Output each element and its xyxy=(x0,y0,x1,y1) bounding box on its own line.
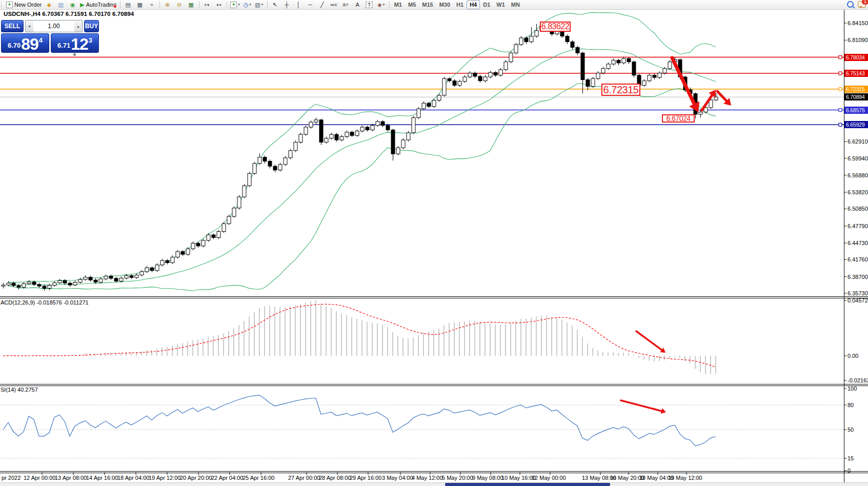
toolbar-trendline-icon[interactable]: ╱ xyxy=(316,0,328,9)
toolbar-line-chart-icon[interactable]: ≈ xyxy=(146,0,157,9)
time-axis-label: 12 Apr 00:00 xyxy=(24,475,55,481)
price-annotation-box[interactable]: 6.72315 xyxy=(601,84,640,96)
time-axis-label: 3 May 04:00 xyxy=(382,475,413,481)
toolbar-timeframe-w1[interactable]: W1 xyxy=(493,0,508,9)
price-axis-badge: 6.72315 xyxy=(844,86,868,93)
macd-histogram xyxy=(3,300,716,374)
buy-price-pips: 12 xyxy=(71,37,88,51)
price-axis-tick: 6.44730 xyxy=(847,240,868,246)
time-axis-label: 5 May 20:00 xyxy=(442,475,473,481)
buy-price-panel[interactable]: 6.71 12 3 xyxy=(51,33,99,53)
price-axis-tick: 6.53820 xyxy=(847,189,868,195)
toolbar-timeframe-d1[interactable]: D1 xyxy=(480,0,493,9)
toolbar-equidistant-channel-icon[interactable]: ═E xyxy=(328,0,340,9)
macd-axis-label: -0.021639 xyxy=(847,377,868,383)
volume-decrease-button[interactable]: ▼ xyxy=(26,21,33,32)
rsi-axis-label: 50 xyxy=(847,427,854,433)
buy-button[interactable]: BUY xyxy=(84,20,99,32)
toolbar-text-label-icon[interactable]: T xyxy=(364,0,375,9)
toolbar-fibonacci-icon[interactable]: ≡F xyxy=(340,0,352,9)
toolbar-timeframe-m5[interactable]: M5 xyxy=(405,0,419,9)
time-axis-label: 27 Apr 00:00 xyxy=(288,475,320,481)
main-toolbar: +New Order◆▧◉▶AutoTrading▤▦≈⊕⊖▦↦↤+▾◷▾▧▾↖… xyxy=(0,0,868,10)
line-chart-icon: ≈ xyxy=(150,2,153,8)
trend-arrows[interactable] xyxy=(621,58,731,414)
sell-price-panel[interactable]: 6.70 89 4 xyxy=(1,33,49,53)
time-axis-label: 9 May 08:00 xyxy=(472,475,503,481)
publish-chart-icon: ▧ xyxy=(58,2,63,8)
volume-increase-button[interactable]: ▲ xyxy=(74,21,82,32)
toolbar-arrows-icon[interactable]: ◈▾ xyxy=(375,0,387,9)
toolbar-chart-shift-icon[interactable]: ↦ xyxy=(201,0,213,9)
price-axis-tick: 6.35730 xyxy=(847,290,868,296)
toolbar-timeframe-m1[interactable]: M1 xyxy=(391,0,405,9)
periods-icon: ◷ xyxy=(244,2,249,8)
price-axis-tick: 6.47790 xyxy=(847,223,868,229)
time-axis-label: 20 Apr 20:00 xyxy=(180,475,212,481)
fibonacci-icon: ≡ xyxy=(342,2,346,8)
toolbar-indicators-icon[interactable]: +▾ xyxy=(229,0,241,9)
auto-scroll-icon: ↤ xyxy=(216,2,221,8)
toolbar-candlestick-chart-icon[interactable]: ▦ xyxy=(134,0,146,9)
toolbar-templates-icon[interactable]: ▧▾ xyxy=(253,0,265,9)
time-axis-label: 28 Apr 08:00 xyxy=(319,475,351,481)
cursor-icon: ↖ xyxy=(273,2,277,8)
autotrading-button-label: AutoTrading xyxy=(86,2,117,8)
price-axis-badge: 6.68575 xyxy=(844,107,868,114)
volume-input[interactable] xyxy=(33,21,74,32)
toolbar-timeframe-h1[interactable]: H1 xyxy=(453,0,467,9)
toolbar-styler-icon[interactable]: ◆ xyxy=(43,0,55,9)
toolbar-periods-icon[interactable]: ◷▾ xyxy=(241,0,253,9)
toolbar-timeframe-m15[interactable]: M15 xyxy=(419,0,436,9)
price-annotation-box[interactable]: 6.67024 xyxy=(662,114,695,123)
text-icon: A xyxy=(356,2,359,8)
rsi-axis-label: 80 xyxy=(847,402,854,408)
toolbar-timeframe-h4[interactable]: H4 xyxy=(467,0,480,9)
toolbar-vertical-line-icon[interactable]: │ xyxy=(293,0,305,9)
price-axis-tick: 6.81090 xyxy=(847,37,868,43)
toolbar-zoom-in-icon[interactable]: ⊕ xyxy=(162,0,173,9)
toolbar-text-icon[interactable]: A xyxy=(352,0,364,9)
candles-layer xyxy=(2,23,718,291)
toolbar-horizontal-line-icon[interactable]: ─ xyxy=(305,0,316,9)
price-axis-tick: 6.62910 xyxy=(847,138,868,145)
toolbar-timeframe-mn[interactable]: MN xyxy=(508,0,523,9)
horizontal-scrollbar-thumb[interactable] xyxy=(445,483,610,486)
macd-signal-line xyxy=(3,304,716,367)
toolbar-auto-scroll-icon[interactable]: ↤ xyxy=(213,0,225,9)
autotrading-button: ▶ xyxy=(80,2,84,8)
search-icon[interactable] xyxy=(847,1,854,8)
macd-axis-label: 0.00 xyxy=(847,353,858,359)
new-order-button: + xyxy=(6,2,13,8)
buy-price-major: 6.71 xyxy=(57,42,70,49)
macd-indicator-label: ACD(12,26,9) -0.018576 -0.011271 xyxy=(1,299,89,306)
price-axis-tick: 6.56880 xyxy=(847,172,868,178)
toolbar-cursor-icon[interactable]: ↖ xyxy=(269,0,281,9)
time-axis-label: 29 Apr 16:00 xyxy=(350,475,381,481)
tile-windows-icon: ▦ xyxy=(188,2,193,8)
one-click-trading-panel: SELL ▼ ▲ BUY 6.70 89 4 6.71 12 3 xyxy=(1,20,99,53)
time-axis-label: 14 Apr 16:00 xyxy=(86,475,118,481)
notifications-badge: 1 xyxy=(862,0,868,5)
toolbar-bar-chart-icon[interactable]: ▤ xyxy=(122,0,134,9)
rsi-axis-label: 100 xyxy=(847,386,857,392)
signals-icon: ◉ xyxy=(70,2,75,8)
time-axis-label: 13 Apr 08:00 xyxy=(55,475,87,481)
chart-canvas xyxy=(0,0,868,486)
toolbar-crosshair-icon[interactable]: ┼ xyxy=(281,0,293,9)
sell-button[interactable]: SELL xyxy=(1,20,24,32)
bar-chart-icon: ▤ xyxy=(125,2,130,8)
buy-price-point: 3 xyxy=(89,36,92,44)
toolbar-autotrading-button[interactable]: ▶AutoTrading xyxy=(78,0,118,9)
notifications-icon[interactable]: 1 xyxy=(858,1,866,8)
toolbar-tile-windows-icon[interactable]: ▦ xyxy=(185,0,197,9)
toolbar-signals-icon[interactable]: ◉ xyxy=(67,0,78,9)
toolbar-timeframe-m30[interactable]: M30 xyxy=(436,0,453,9)
toolbar-zoom-out-icon[interactable]: ⊖ xyxy=(173,0,185,9)
toolbar-publish-chart-icon[interactable]: ▧ xyxy=(55,0,67,9)
rsi-indicator-label: SI(14) 40.2757 xyxy=(1,387,38,393)
price-axis-tick: 6.59940 xyxy=(847,155,868,161)
price-annotation-box[interactable]: 6.83622 xyxy=(540,22,571,32)
toolbar-new-order-button[interactable]: +New Order xyxy=(5,0,43,9)
horizontal-line-icon: ─ xyxy=(308,2,312,8)
